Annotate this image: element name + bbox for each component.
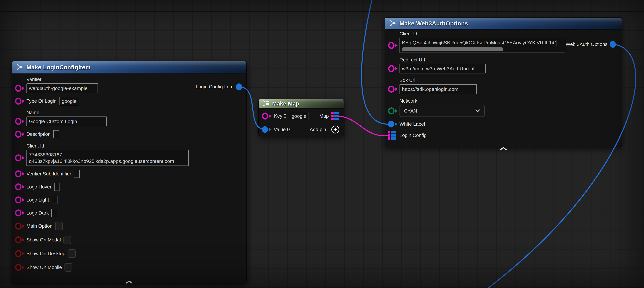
- collapse-up-icon[interactable]: [499, 147, 508, 151]
- pin-row-key-0: Key 0 google Map: [262, 111, 339, 121]
- show-on-desktop-checkbox[interactable]: [68, 249, 76, 258]
- show-on-desktop-label: Show On Desktop: [26, 251, 65, 256]
- node-title: Make Map: [272, 101, 299, 107]
- node-make-map: Make Map Key 0 google Map Value 0 Add pi…: [258, 99, 344, 136]
- show-on-modal-checkbox[interactable]: [64, 236, 71, 244]
- description-label: Description: [26, 131, 50, 137]
- pin-row-type-of-login: Type Of Logingoogle: [15, 97, 242, 105]
- main-option-checkbox[interactable]: [55, 222, 63, 230]
- logo-hover-label: Logo Hover: [26, 184, 52, 190]
- pin-row-main-option: Main Option: [15, 222, 242, 230]
- show-on-modal-label: Show On Modal: [26, 237, 61, 243]
- pin-row-description: Description: [15, 130, 242, 138]
- key-0-label: Key 0: [274, 113, 286, 119]
- make-struct-icon: [389, 19, 396, 28]
- pin-row-login-config: Login Config: [388, 131, 618, 140]
- logo-dark-pin[interactable]: [15, 209, 26, 216]
- output-row-login-config-item: Login Config Item: [196, 83, 242, 90]
- pin-row-redirect-url: Redirect Urlw3a://com.w3a.Web3AuthUnreal: [388, 57, 618, 74]
- type-of-login-pin[interactable]: [15, 98, 26, 105]
- client-id-input[interactable]: 774338308167-q463s7kpvja16l4l0kko3nb925i…: [26, 150, 189, 166]
- logo-dark-label: Logo Dark: [26, 210, 49, 216]
- show-on-mobile-pin[interactable]: [15, 264, 26, 271]
- network-dropdown[interactable]: CYAN: [400, 105, 484, 117]
- pin-row-name: NameGoogle Custom Login: [15, 110, 242, 126]
- node-header-make-web3auth-options[interactable]: Make Web3AuthOptions: [385, 18, 622, 30]
- redirect-url-label: Redirect Url: [400, 57, 618, 63]
- pin-row-logo-light: Logo Light: [15, 196, 242, 204]
- client-id-label: Client Id: [26, 143, 242, 149]
- white-label-label: White Label: [400, 121, 425, 127]
- verifier-sub-identifier-label: Verifier Sub Identifier: [26, 171, 71, 177]
- key-0-pin[interactable]: [262, 113, 272, 120]
- make-struct-icon: [16, 63, 24, 72]
- verifier-pin[interactable]: [15, 85, 26, 92]
- pin-row-sdk-url: Sdk Urlhttps://sdk.openlogin.com: [388, 78, 618, 94]
- sdk-url-label: Sdk Url: [400, 78, 618, 83]
- output-row-web3auth-options: Web 3Auth Options: [566, 41, 616, 48]
- pin-row-white-label: White Label: [388, 121, 618, 127]
- network-label: Network: [400, 98, 618, 104]
- pin-row-logo-hover: Logo Hover: [15, 183, 242, 191]
- client-id-pin[interactable]: [388, 42, 400, 49]
- verifier-sub-identifier-input[interactable]: [74, 170, 80, 178]
- logo-dark-input[interactable]: [51, 209, 57, 217]
- show-on-desktop-pin[interactable]: [15, 250, 26, 257]
- collapse-up-icon[interactable]: [125, 280, 133, 284]
- verifier-input[interactable]: web3auth-google-example: [26, 83, 98, 93]
- node-title: Make Web3AuthOptions: [400, 20, 468, 27]
- name-pin[interactable]: [15, 118, 26, 125]
- logo-hover-pin[interactable]: [15, 183, 26, 190]
- client-id-label: Client Id: [400, 31, 618, 37]
- pin-row-show-on-mobile: Show On Mobile: [15, 263, 242, 271]
- web3auth-options-output-label: Web 3Auth Options: [566, 42, 608, 47]
- node-header-make-login-config-item[interactable]: Make LoginConfigItem: [12, 61, 246, 74]
- pin-row-logo-dark: Logo Dark: [15, 209, 242, 217]
- pin-row-network: NetworkCYAN: [388, 98, 618, 117]
- description-pin[interactable]: [15, 131, 26, 138]
- show-on-modal-pin[interactable]: [15, 236, 26, 243]
- logo-light-input[interactable]: [52, 196, 58, 204]
- client-id-input[interactable]: BEglQSgt4cUWcj6SKRdu5QkOXTsePmMcusG5EAoy…: [400, 38, 565, 53]
- type-of-login-input[interactable]: google: [59, 97, 79, 105]
- sdk-url-input[interactable]: https://sdk.openlogin.com: [400, 84, 477, 94]
- node-title: Make LoginConfigItem: [26, 64, 91, 71]
- map-output-label: Map: [319, 113, 329, 119]
- logo-hover-input[interactable]: [54, 183, 60, 191]
- add-pin-button[interactable]: Add pin: [310, 126, 339, 133]
- name-label: Name: [26, 110, 242, 115]
- text-caret: [556, 40, 557, 46]
- add-pin-label: Add pin: [310, 127, 326, 132]
- main-option-pin[interactable]: [15, 223, 26, 230]
- redirect-url-pin[interactable]: [388, 65, 400, 72]
- pin-row-show-on-desktop: Show On Desktop: [15, 249, 242, 258]
- pin-row-value-0: Value 0 Add pin: [262, 124, 339, 135]
- logo-light-pin[interactable]: [15, 196, 26, 203]
- type-of-login-label: Type Of Login: [26, 98, 56, 104]
- redirect-url-input[interactable]: w3a://com.w3a.Web3AuthUnreal: [400, 64, 486, 74]
- main-option-label: Main Option: [26, 223, 52, 229]
- verifier-sub-identifier-pin[interactable]: [15, 170, 26, 177]
- node-make-login-config-item: Make LoginConfigItem Verifierweb3auth-go…: [12, 61, 247, 283]
- pin-row-show-on-modal: Show On Modal: [15, 236, 242, 244]
- login-config-item-output-label: Login Config Item: [196, 84, 234, 90]
- key-0-input[interactable]: google: [289, 112, 309, 120]
- make-map-icon: [262, 100, 269, 107]
- client-id-input-scrollbar[interactable]: [402, 47, 503, 51]
- login-config-label: Login Config: [400, 133, 426, 138]
- name-input[interactable]: Google Custom Login: [26, 117, 107, 126]
- value-0-label: Value 0: [274, 127, 290, 132]
- add-pin-icon: [331, 126, 339, 133]
- verifier-label: Verifier: [26, 77, 242, 82]
- network-pin[interactable]: [388, 107, 400, 114]
- logo-light-label: Logo Light: [26, 197, 49, 203]
- client-id-pin[interactable]: [15, 154, 26, 161]
- show-on-mobile-label: Show On Mobile: [26, 264, 62, 270]
- pin-row-client-id: Client Id774338308167-q463s7kpvja16l4l0k…: [15, 143, 242, 166]
- chevron-down-icon: [475, 108, 480, 114]
- description-input[interactable]: [53, 130, 59, 138]
- sdk-url-pin[interactable]: [388, 86, 400, 93]
- show-on-mobile-checkbox[interactable]: [64, 263, 72, 271]
- node-header-make-map[interactable]: Make Map: [259, 99, 344, 109]
- pin-row-verifier-sub-identifier: Verifier Sub Identifier: [15, 170, 242, 178]
